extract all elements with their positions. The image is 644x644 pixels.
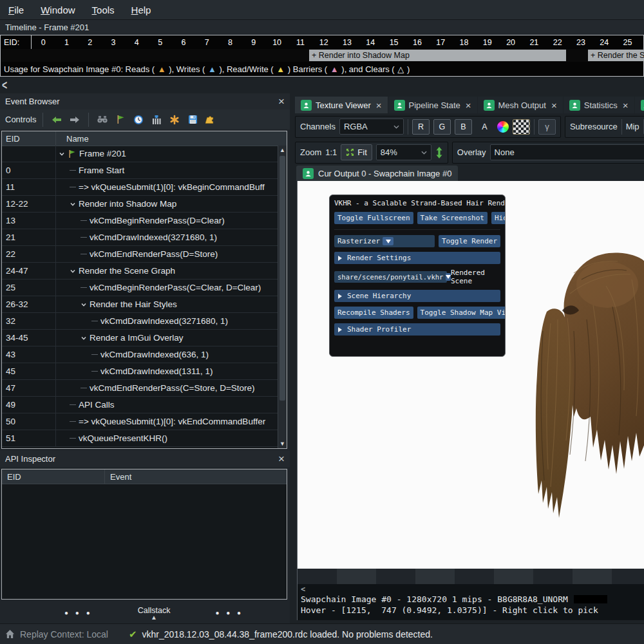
find-icon[interactable]: [95, 113, 109, 127]
event-row[interactable]: 43vkCmdDrawIndexed(636, 1): [2, 346, 278, 363]
eid-number: 14: [359, 38, 382, 47]
zoom-select[interactable]: 84%: [376, 144, 431, 160]
marker-render-shadow-map[interactable]: + Render into Shadow Map: [309, 50, 566, 61]
column-name[interactable]: Name: [56, 131, 287, 146]
scroll-up-icon[interactable]: ▲: [279, 146, 285, 155]
event-row[interactable]: 22vkCmdEndRenderPass(D=Store): [2, 246, 278, 263]
eid-number: 11: [289, 38, 312, 47]
puzzle-icon[interactable]: [204, 113, 218, 127]
shader-profiler-header[interactable]: Shader Profiler: [334, 323, 500, 336]
event-row[interactable]: 51vkQueuePresentKHR(): [2, 430, 278, 447]
color-wheel-icon[interactable]: [497, 121, 509, 133]
timeline-marker-icon[interactable]: [149, 113, 164, 127]
vkhr-title: VKHR - a Scalable Strand-Based Hair Rend…: [330, 195, 505, 209]
vkhr-overlay-window[interactable]: VKHR - a Scalable Strand-Based Hair Rend…: [329, 194, 506, 357]
event-row[interactable]: 45vkCmdDrawIndexed(1311, 1): [2, 363, 278, 380]
menu-file[interactable]: File: [0, 5, 32, 15]
eid-number: 6: [172, 38, 195, 47]
close-icon[interactable]: ×: [376, 100, 382, 111]
event-row[interactable]: 32vkCmdDrawIndexed(3271680, 1): [2, 313, 278, 330]
event-row[interactable]: 21vkCmdDrawIndexed(3271680, 1): [2, 229, 278, 246]
toggle-shadow-map-button[interactable]: Toggle Shadow Map Viewer: [417, 307, 506, 319]
close-icon[interactable]: ×: [466, 100, 471, 111]
arrow-left-icon[interactable]: [50, 113, 64, 127]
event-row[interactable]: 26-32Render the Hair Styles: [2, 296, 278, 313]
event-scrollbar[interactable]: ▲ ▼: [278, 146, 287, 448]
checkerboard-background-button[interactable]: [513, 119, 530, 135]
timeline-panel[interactable]: EID: 01234567891011121314151617181920212…: [0, 35, 644, 77]
channel-a-button[interactable]: A: [476, 119, 493, 135]
event-row[interactable]: 0Frame Start: [2, 162, 278, 179]
close-icon[interactable]: ×: [278, 96, 285, 107]
gamma-button[interactable]: γ: [538, 119, 556, 135]
overlay-select[interactable]: None: [490, 144, 644, 160]
eid-number: 3: [102, 38, 125, 47]
marker-render-scene[interactable]: + Render the S: [588, 50, 644, 61]
tab-partial[interactable]: L: [635, 97, 644, 113]
scene-select[interactable]: share/scenes/ponytail.vkhr: [334, 271, 447, 283]
scene-hierarchy-header[interactable]: Scene Hierarchy: [334, 290, 500, 302]
bookmark-flag-icon[interactable]: [113, 113, 128, 127]
channel-b-button[interactable]: B: [455, 119, 472, 135]
texture-display[interactable]: VKHR - a Scalable Strand-Based Hair Rend…: [297, 181, 644, 569]
event-row[interactable]: 13vkCmdBeginRenderPass(D=Clear): [2, 213, 278, 229]
hide-ui-button[interactable]: Hide UI: [491, 212, 506, 224]
flip-y-icon[interactable]: [435, 147, 443, 158]
close-icon[interactable]: ×: [278, 453, 285, 464]
replay-context[interactable]: Replay Context: Local: [20, 629, 108, 639]
channels-select[interactable]: RGBA: [339, 118, 404, 135]
tab-texture-viewer[interactable]: Texture Viewer ×: [295, 97, 388, 113]
zoom-1to1-button[interactable]: 1:1: [325, 147, 337, 157]
event-row[interactable]: 25vkCmdBeginRenderPass(C=Clear, D=Clear): [2, 279, 278, 296]
render-settings-label: Render Settings: [347, 254, 411, 262]
arrow-right-icon[interactable]: [68, 113, 82, 127]
menu-window[interactable]: Window: [32, 5, 83, 15]
recompile-shaders-button[interactable]: Recompile Shaders: [334, 307, 413, 319]
event-row[interactable]: 49API Calls: [2, 397, 278, 413]
event-row[interactable]: 12-22Render into Shadow Map: [2, 196, 278, 213]
render-settings-header[interactable]: Render Settings: [334, 252, 500, 264]
collapse-left-icon[interactable]: <: [2, 78, 7, 92]
eid-number: 15: [382, 38, 405, 47]
column-eid[interactable]: EID: [2, 469, 105, 484]
column-eid[interactable]: EID: [2, 131, 56, 146]
save-icon[interactable]: [185, 113, 200, 127]
scroll-left-icon[interactable]: <: [301, 585, 305, 594]
asterisk-icon[interactable]: [167, 113, 182, 127]
channel-g-button[interactable]: G: [433, 119, 451, 135]
event-row[interactable]: Frame #201: [2, 146, 278, 162]
scroll-thumb[interactable]: [279, 156, 285, 401]
take-screenshot-button[interactable]: Take Screenshot: [417, 212, 488, 224]
tab-statistics[interactable]: Statistics ×: [564, 97, 634, 113]
texture-status-area: < Swapchain Image #0 - 1280x720 1 mips -…: [297, 584, 644, 620]
dock-dots-right[interactable]: ● ● ●: [215, 609, 243, 616]
close-icon[interactable]: ×: [623, 100, 629, 111]
event-row[interactable]: 50=> vkQueueSubmit(1)[0]: vkEndCommandBu…: [2, 413, 278, 430]
event-browser-title: Event Browser: [5, 97, 60, 106]
column-event[interactable]: Event: [105, 469, 287, 484]
fit-button[interactable]: Fit: [341, 144, 372, 160]
close-icon[interactable]: ×: [551, 100, 557, 111]
output-tab[interactable]: Cur Output 0 - Swapchain Image #0: [296, 166, 458, 181]
scroll-down-icon[interactable]: ▼: [279, 439, 285, 448]
toggle-render-button[interactable]: Toggle Render: [439, 235, 500, 247]
event-row[interactable]: 11=> vkQueueSubmit(1)[0]: vkBeginCommand…: [2, 179, 278, 196]
checker-cell: [533, 569, 573, 584]
menu-help[interactable]: Help: [123, 5, 160, 15]
tab-mesh-output[interactable]: Mesh Output ×: [478, 97, 563, 113]
clock-icon[interactable]: [131, 113, 146, 127]
usage-line: Usage for Swapchain Image #0: Reads ( ▲ …: [1, 62, 643, 76]
dropdown-arrow-icon[interactable]: [383, 237, 393, 245]
toggle-fullscreen-button[interactable]: Toggle Fullscreen: [334, 212, 413, 224]
renderer-select[interactable]: Rasterizer: [334, 235, 435, 247]
expand-up-icon[interactable]: ▲: [151, 615, 157, 620]
tab-pipeline-state[interactable]: Pipeline State ×: [388, 97, 477, 113]
event-row[interactable]: 34-45Render a ImGui Overlay: [2, 330, 278, 346]
channel-r-button[interactable]: R: [412, 119, 430, 135]
event-eid: 11: [2, 179, 56, 195]
menu-tools[interactable]: Tools: [84, 5, 123, 15]
dock-dots-left[interactable]: ● ● ●: [64, 609, 93, 616]
event-row[interactable]: 47vkCmdEndRenderPass(C=Store, D=Store): [2, 380, 278, 397]
event-row[interactable]: 24-47Render the Scene Graph: [2, 263, 278, 279]
event-label: API Calls: [79, 400, 115, 410]
